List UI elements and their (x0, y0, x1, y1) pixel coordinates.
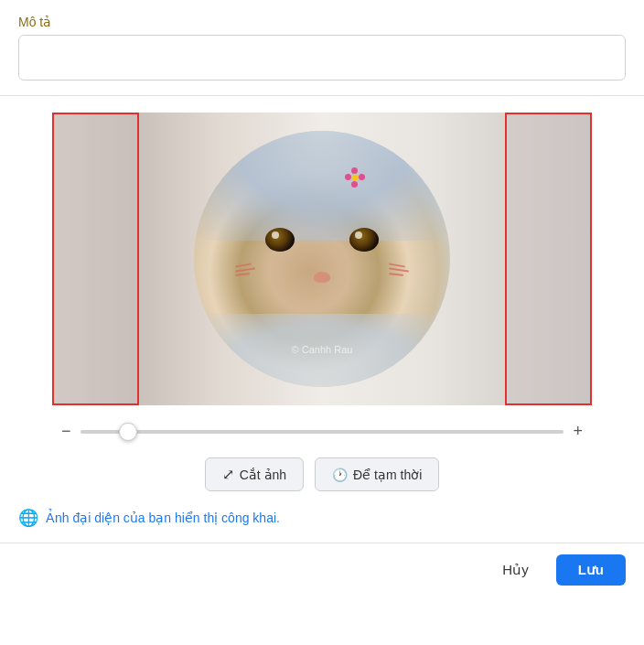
public-notice: 🌐 Ảnh đại diện của bạn hiển thị công kha… (0, 500, 644, 535)
temp-button-label: Để tạm thời (353, 468, 422, 482)
page-wrapper: Mô tả (0, 0, 644, 597)
save-button[interactable]: Lưu (556, 554, 626, 586)
blush-right (389, 262, 409, 278)
cat-eye-right (349, 228, 379, 252)
description-label: Mô tả (18, 15, 626, 29)
red-box-left (52, 113, 139, 405)
crop-section: © Canhh Rau − + (0, 103, 644, 441)
action-buttons: ⤢ Cắt ảnh 🕐 Để tạm thời (0, 457, 644, 491)
crop-button-label: Cắt ảnh (240, 468, 286, 482)
notice-text: Ảnh đại diện của bạn hiển thị công khai. (46, 511, 280, 525)
slider-section: − + (52, 422, 592, 441)
divider (0, 95, 644, 96)
slider-thumb[interactable] (119, 423, 137, 441)
temp-button[interactable]: 🕐 Để tạm thời (315, 457, 439, 491)
clock-icon: 🕐 (332, 468, 348, 482)
slider-minus-button[interactable]: − (61, 422, 71, 441)
description-section: Mô tả (0, 0, 644, 95)
cat-nose (314, 272, 330, 283)
slider-plus-button[interactable]: + (573, 422, 583, 441)
cancel-button[interactable]: Hủy (484, 554, 546, 586)
watermark: © Canhh Rau (292, 344, 353, 355)
hat (194, 131, 450, 241)
crop-button[interactable]: ⤢ Cắt ảnh (205, 457, 304, 491)
cat-image: © Canhh Rau (194, 131, 450, 387)
bottom-bar: Hủy Lưu (0, 543, 644, 597)
cat-eye-left (265, 228, 295, 252)
crop-container[interactable]: © Canhh Rau (52, 113, 592, 405)
flower-decoration (347, 169, 363, 186)
blush-left (235, 262, 255, 278)
crop-icon: ⤢ (222, 466, 234, 483)
slider-track[interactable] (80, 430, 564, 434)
globe-icon: 🌐 (18, 508, 38, 528)
red-box-right (505, 113, 592, 405)
description-textarea[interactable] (18, 35, 626, 81)
